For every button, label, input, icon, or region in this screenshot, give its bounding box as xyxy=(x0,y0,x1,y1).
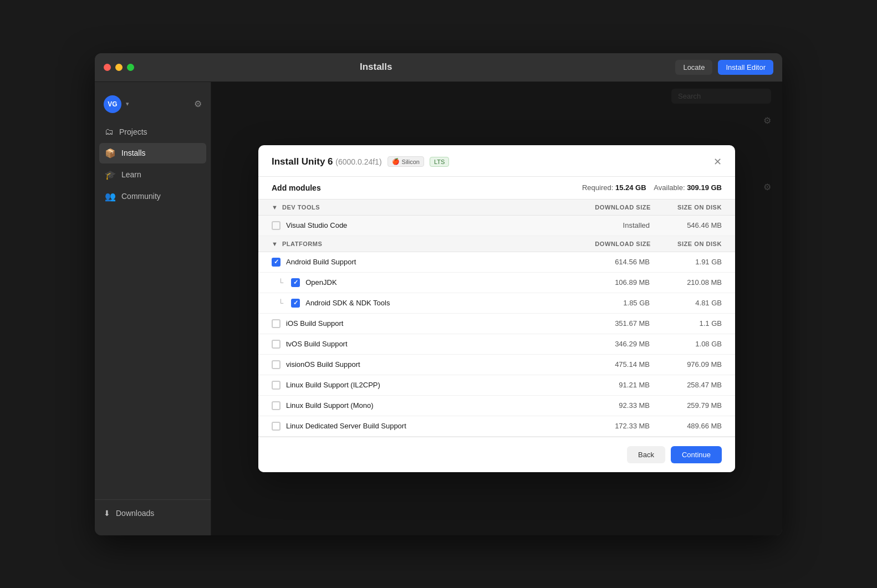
visionos-checkbox[interactable] xyxy=(272,360,281,369)
dl-size: 106.89 MB xyxy=(578,278,650,287)
module-name: Visual Studio Code xyxy=(286,221,572,229)
locate-button[interactable]: Locate xyxy=(675,60,712,75)
avatar[interactable]: VG xyxy=(104,95,121,113)
module-row: └ Android SDK & NDK Tools 1.85 GB 4.81 G… xyxy=(258,293,735,314)
module-row: Linux Build Support (Mono) 92.33 MB 259.… xyxy=(258,396,735,416)
linux-mono-checkbox[interactable] xyxy=(272,401,281,410)
disk-size: 546.46 MB xyxy=(655,221,722,229)
sub-arrow-icon: └ xyxy=(278,278,283,287)
module-name: OpenJDK xyxy=(305,278,572,287)
module-row: Android Build Support 614.56 MB 1.91 GB xyxy=(258,252,735,273)
linux-il2cpp-checkbox[interactable] xyxy=(272,381,281,390)
sidebar-nav: 🗂 Projects 📦 Installs 🎓 Learn 👥 Communit… xyxy=(95,122,211,499)
disk-size: 976.09 MB xyxy=(655,360,722,369)
sidebar-item-label: Community xyxy=(121,192,161,201)
downloads-icon: ⬇ xyxy=(104,509,110,518)
module-name: Android Build Support xyxy=(286,258,572,266)
chevron-down-icon: ▾ xyxy=(126,100,129,108)
dl-size: 614.56 MB xyxy=(578,258,650,266)
module-row: iOS Build Support 351.67 MB 1.1 GB xyxy=(258,314,735,334)
sidebar: VG ▾ ⚙ 🗂 Projects 📦 Installs 🎓 Learn xyxy=(95,82,211,535)
module-name: visionOS Build Support xyxy=(286,360,572,369)
disk-size: 259.79 MB xyxy=(655,401,722,410)
back-button[interactable]: Back xyxy=(627,446,665,463)
projects-icon: 🗂 xyxy=(105,127,114,137)
silicon-badge: 🍎 Silicon xyxy=(387,156,424,167)
settings-icon[interactable]: ⚙ xyxy=(194,99,202,109)
downloads-label: Downloads xyxy=(116,509,154,518)
install-unity-modal: Install Unity 6 (6000.0.24f1) 🍎 Silicon … xyxy=(258,145,735,472)
modal-header: Install Unity 6 (6000.0.24f1) 🍎 Silicon … xyxy=(258,145,735,177)
dev-tools-title: DEV TOOLS xyxy=(282,204,574,211)
module-name: Linux Build Support (IL2CPP) xyxy=(286,381,572,389)
disk-size: 489.66 MB xyxy=(655,422,722,430)
community-icon: 👥 xyxy=(105,191,116,202)
modal-body: ▼ DEV TOOLS DOWNLOAD SIZE SIZE ON DISK V… xyxy=(258,199,735,437)
modal-overlay: Install Unity 6 (6000.0.24f1) 🍎 Silicon … xyxy=(211,82,782,535)
ios-checkbox[interactable] xyxy=(272,319,281,328)
platforms-title: PLATFORMS xyxy=(282,241,574,247)
tvos-checkbox[interactable] xyxy=(272,340,281,349)
add-modules-label: Add modules xyxy=(272,183,321,192)
module-row: tvOS Build Support 346.29 MB 1.08 GB xyxy=(258,334,735,355)
titlebar-actions: Locate Install Editor xyxy=(675,60,773,75)
installed-status: Installed xyxy=(578,221,650,229)
dl-size: 351.67 MB xyxy=(578,319,650,328)
module-row: visionOS Build Support 475.14 MB 976.09 … xyxy=(258,355,735,375)
installs-icon: 📦 xyxy=(105,148,116,158)
disk-size: 1.1 GB xyxy=(655,319,722,328)
main-layout: VG ▾ ⚙ 🗂 Projects 📦 Installs 🎓 Learn xyxy=(95,82,782,535)
downloads-item[interactable]: ⬇ Downloads xyxy=(104,509,202,518)
dl-size: 92.33 MB xyxy=(578,401,650,410)
sidebar-item-label: Installs xyxy=(121,149,146,157)
modal-footer: Back Continue xyxy=(258,437,735,472)
visual-studio-checkbox[interactable] xyxy=(272,221,281,230)
learn-icon: 🎓 xyxy=(105,170,116,180)
download-size-col-header-2: DOWNLOAD SIZE xyxy=(579,241,651,247)
section-chevron-icon: ▼ xyxy=(272,204,278,211)
page-title: Installs xyxy=(95,62,675,73)
module-row: └ OpenJDK 106.89 MB 210.08 MB xyxy=(258,273,735,293)
module-row: Linux Dedicated Server Build Support 172… xyxy=(258,416,735,437)
avatar-row: VG ▾ ⚙ xyxy=(95,91,211,122)
module-name: tvOS Build Support xyxy=(286,340,572,348)
sidebar-item-label: Projects xyxy=(119,127,147,136)
sidebar-item-projects[interactable]: 🗂 Projects xyxy=(99,122,206,142)
android-checkbox[interactable] xyxy=(272,258,281,267)
sidebar-item-installs[interactable]: 📦 Installs xyxy=(99,143,206,163)
modal-close-button[interactable]: ✕ xyxy=(713,157,722,167)
content-area: ⚙ ⚙ Install Unity 6 (6000.0.24f1) 🍎 Sili… xyxy=(211,82,782,535)
sidebar-item-community[interactable]: 👥 Community xyxy=(99,186,206,207)
app-window: Installs Locate Install Editor VG ▾ ⚙ 🗂 … xyxy=(95,53,782,535)
disk-size: 1.08 GB xyxy=(655,340,722,348)
dev-tools-section-header: ▼ DEV TOOLS DOWNLOAD SIZE SIZE ON DISK xyxy=(258,200,735,216)
dl-size: 346.29 MB xyxy=(578,340,650,348)
sub-arrow-icon: └ xyxy=(278,299,283,307)
disk-size: 1.91 GB xyxy=(655,258,722,266)
size-on-disk-col-header: SIZE ON DISK xyxy=(655,204,722,211)
titlebar: Installs Locate Install Editor xyxy=(95,53,782,82)
sidebar-item-learn[interactable]: 🎓 Learn xyxy=(99,165,206,185)
module-row: Linux Build Support (IL2CPP) 91.21 MB 25… xyxy=(258,375,735,396)
lts-badge: LTS xyxy=(430,157,449,167)
disk-size: 4.81 GB xyxy=(655,299,722,307)
android-sdk-checkbox[interactable] xyxy=(291,299,300,308)
linux-dedicated-checkbox[interactable] xyxy=(272,422,281,431)
storage-info: Required: 15.24 GB Available: 309.19 GB xyxy=(582,183,722,192)
disk-size: 210.08 MB xyxy=(655,278,722,287)
section-chevron-icon: ▼ xyxy=(272,241,278,247)
module-name: Linux Build Support (Mono) xyxy=(286,401,572,410)
module-name: Linux Dedicated Server Build Support xyxy=(286,422,572,430)
modal-subheader: Add modules Required: 15.24 GB Available… xyxy=(258,177,735,199)
dl-size: 475.14 MB xyxy=(578,360,650,369)
module-name: Android SDK & NDK Tools xyxy=(305,299,572,307)
sidebar-item-label: Learn xyxy=(121,170,141,179)
disk-size: 258.47 MB xyxy=(655,381,722,389)
install-editor-button[interactable]: Install Editor xyxy=(718,60,773,75)
modal-title: Install Unity 6 (6000.0.24f1) xyxy=(272,156,382,167)
module-name: iOS Build Support xyxy=(286,319,572,328)
openjdk-checkbox[interactable] xyxy=(291,278,300,287)
dl-size: 1.85 GB xyxy=(578,299,650,307)
dl-size: 91.21 MB xyxy=(578,381,650,389)
continue-button[interactable]: Continue xyxy=(671,446,722,463)
